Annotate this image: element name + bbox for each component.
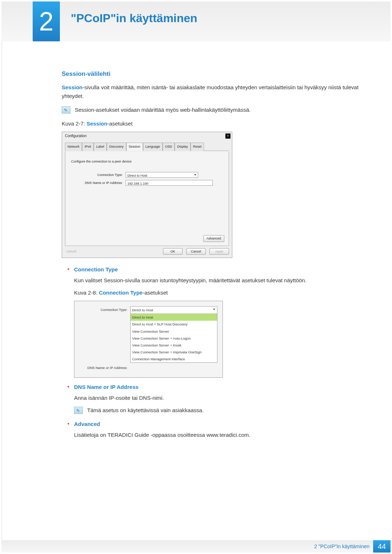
fig28-name: Connection Type xyxy=(99,290,143,296)
unlock-button[interactable]: Unlock xyxy=(65,249,77,254)
fig28-prefix: Kuva 2-8: xyxy=(74,290,99,296)
tab-network[interactable]: Network xyxy=(65,143,82,151)
connection-type-dropdown[interactable]: Direct to Host Direct to HostDirect to H… xyxy=(130,306,217,363)
dropdown-list[interactable]: Direct to HostDirect to Host + SLP Host … xyxy=(131,314,217,362)
ok-button[interactable]: OK xyxy=(163,248,183,255)
note-text-2: Tämä asetus on käytettävissä vain asiakk… xyxy=(87,406,204,415)
note-icon xyxy=(74,407,83,414)
chapter-number: 2 xyxy=(33,1,60,41)
dropdown-selected[interactable]: Direct to Host xyxy=(131,307,217,314)
bullet-dns: DNS Name or IP Address xyxy=(74,383,370,391)
figure-2-7-caption: Kuva 2-7: Session-asetukset xyxy=(62,119,370,128)
label-dns-ip-2: DNS Name or IP Address: xyxy=(79,364,130,370)
bullet-dns-body: Anna isännän IP-osoite tai DNS-nimi. xyxy=(74,394,370,402)
dropdown-option[interactable]: Connection Management Interface xyxy=(131,356,217,362)
fig27-suffix: -asetukset xyxy=(107,120,132,127)
intro-paragraph: Session-sivulla voit määrittää, miten is… xyxy=(62,83,370,100)
figure-2-8-caption: Kuva 2-8: Connection Type-asetukset xyxy=(74,288,370,297)
dropdown-option[interactable]: View Connection Server + Auto-Logon xyxy=(131,335,217,342)
tab-label[interactable]: Label xyxy=(94,143,107,151)
dns-ip-input[interactable]: 192.168.1.100 xyxy=(126,180,213,186)
bullet-advanced-body: Lisätietoja on TERADICI Guide -oppaassa … xyxy=(74,431,370,439)
bullet-connection-type: Connection Type xyxy=(74,265,370,274)
dropdown-option[interactable]: Direct to Host + SLP Host Discovery xyxy=(131,321,217,328)
dropdown-option[interactable]: Direct to Host xyxy=(131,314,217,321)
fig28-suffix: -asetukset xyxy=(143,290,168,296)
connection-type-select[interactable]: Direct to Host xyxy=(126,172,198,178)
tab-display[interactable]: Display xyxy=(175,143,191,151)
tab-reset[interactable]: Reset xyxy=(191,143,204,151)
apply-button[interactable]: Apply xyxy=(209,248,229,255)
note-text-1: Session-asetukset voidaan määrittää myös… xyxy=(75,106,250,114)
intro-strong: Session xyxy=(62,84,83,90)
bullet-connection-type-body: Kun valitset Session-sivulla suoran istu… xyxy=(74,276,370,285)
page-number: 44 xyxy=(373,540,391,553)
label-dns-ip: DNS Name or IP Address: xyxy=(71,180,126,185)
dialog-title: Configuration xyxy=(65,133,86,139)
fig27-prefix: Kuva 2-7: xyxy=(62,120,86,127)
section-heading: Session-välilehti xyxy=(62,69,370,79)
dropdown-option[interactable]: View Connection Server + Imprivata OneSi… xyxy=(131,349,217,356)
label-connection-type: Connection Type: xyxy=(71,172,126,177)
close-icon[interactable]: × xyxy=(225,134,230,139)
chapter-title: "PCoIP"in käyttäminen xyxy=(71,12,197,25)
tab-ipv6[interactable]: IPv6 xyxy=(82,143,94,151)
footer-chapter-ref: 2 "PCoIP"in käyttäminen xyxy=(314,543,369,549)
dropdown-option[interactable]: View Connection Server xyxy=(131,328,217,335)
dialog-instruction: Configure the connection to a peer devic… xyxy=(71,159,223,164)
configuration-dialog: Configuration × NetworkIPv6LabelDiscover… xyxy=(62,132,232,258)
intro-rest: -sivulla voit määrittää, miten isäntä- t… xyxy=(62,84,359,99)
dialog-tabs: NetworkIPv6LabelDiscoverySessionLanguage… xyxy=(65,142,229,151)
label-connection-type-2: Connection Type: xyxy=(79,306,130,312)
connection-type-dropdown-figure: Connection Type: Direct to Host Direct t… xyxy=(74,301,223,378)
tab-discovery[interactable]: Discovery xyxy=(107,143,126,151)
decorative-side-strip xyxy=(1,42,6,540)
fig27-name: Session xyxy=(86,120,107,127)
advanced-button[interactable]: Advanced xyxy=(203,235,224,242)
tab-osd[interactable]: OSD xyxy=(163,143,175,151)
tab-session[interactable]: Session xyxy=(126,143,143,151)
bullet-advanced: Advanced xyxy=(74,420,370,428)
tab-language[interactable]: Language xyxy=(143,143,163,151)
cancel-button[interactable]: Cancel xyxy=(186,248,206,255)
note-icon xyxy=(62,106,70,114)
dropdown-option[interactable]: View Connection Server + Kiosk xyxy=(131,342,217,349)
